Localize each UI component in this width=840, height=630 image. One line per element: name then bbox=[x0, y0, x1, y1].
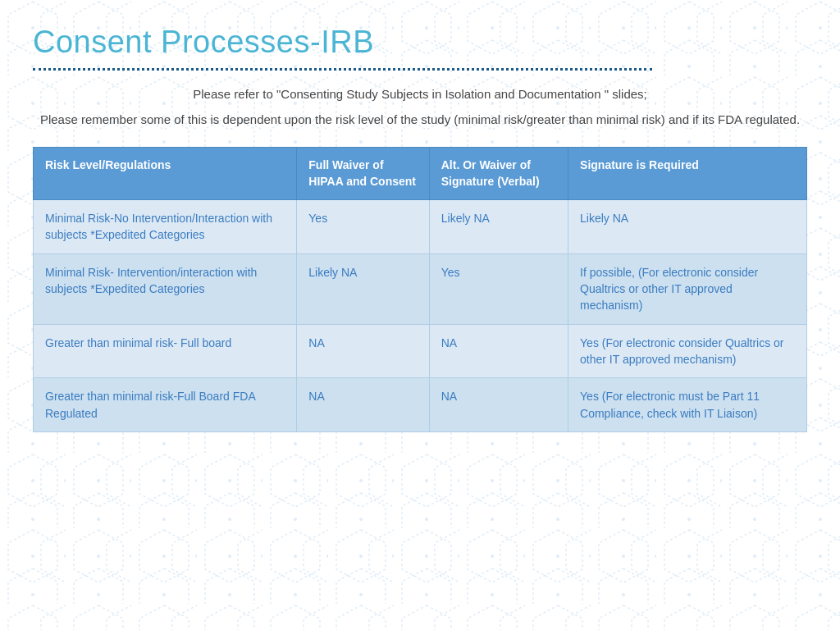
cell-signature: Likely NA bbox=[568, 200, 807, 254]
cell-alt_waiver: Yes bbox=[429, 253, 568, 324]
cell-risk: Minimal Risk-No Intervention/Interaction… bbox=[34, 200, 297, 254]
table-row: Minimal Risk- Intervention/interaction w… bbox=[34, 253, 807, 324]
cell-full_waiver: Likely NA bbox=[297, 253, 429, 324]
cell-risk: Greater than minimal risk- Full board bbox=[34, 324, 297, 378]
col-header-alt-waiver: Alt. Or Waiver of Signature (Verbal) bbox=[429, 148, 568, 200]
cell-alt_waiver: Likely NA bbox=[429, 200, 568, 254]
cell-risk: Greater than minimal risk-Full Board FDA… bbox=[34, 378, 297, 432]
intro-line-1: Please refer to "Consenting Study Subjec… bbox=[33, 85, 807, 104]
title-divider bbox=[33, 68, 652, 71]
cell-full_waiver: NA bbox=[297, 324, 429, 378]
cell-risk: Minimal Risk- Intervention/interaction w… bbox=[34, 253, 297, 324]
consent-table: Risk Level/Regulations Full Waiver of HI… bbox=[33, 147, 807, 432]
table-row: Minimal Risk-No Intervention/Interaction… bbox=[34, 200, 807, 254]
cell-signature: Yes (For electronic consider Qualtrics o… bbox=[568, 324, 807, 378]
col-header-signature: Signature is Required bbox=[568, 148, 807, 200]
col-header-full-waiver: Full Waiver of HIPAA and Consent bbox=[297, 148, 429, 200]
cell-full_waiver: NA bbox=[297, 378, 429, 432]
table-row: Greater than minimal risk-Full Board FDA… bbox=[34, 378, 807, 432]
cell-alt_waiver: NA bbox=[429, 378, 568, 432]
intro-line-2: Please remember some of this is dependen… bbox=[33, 111, 807, 130]
page-title: Consent Processes-IRB bbox=[33, 25, 807, 60]
cell-alt_waiver: NA bbox=[429, 324, 568, 378]
table-row: Greater than minimal risk- Full boardNAN… bbox=[34, 324, 807, 378]
cell-full_waiver: Yes bbox=[297, 200, 429, 254]
cell-signature: Yes (For electronic must be Part 11 Comp… bbox=[568, 378, 807, 432]
col-header-risk: Risk Level/Regulations bbox=[34, 148, 297, 200]
cell-signature: If possible, (For electronic consider Qu… bbox=[568, 253, 807, 324]
table-header-row: Risk Level/Regulations Full Waiver of HI… bbox=[34, 148, 807, 200]
